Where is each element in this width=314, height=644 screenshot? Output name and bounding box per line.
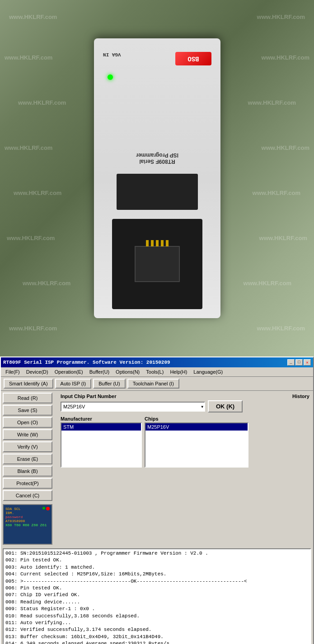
verify-button[interactable]: Verify (V): [3, 441, 52, 452]
led-indicator: [108, 74, 113, 80]
manufacturer-item-stm[interactable]: STM: [61, 423, 141, 431]
watermark: www.HKLRF.com: [253, 190, 300, 196]
watermark: www.HKLRF.com: [5, 54, 52, 61]
title-bar: RT809F Serial ISP Programmer. Software V…: [1, 357, 313, 367]
programmer-device: BSO VGA IN RT809F SerialISP Programmer: [94, 38, 220, 318]
watermark: www.HKLRF.com: [259, 235, 307, 241]
menu-options[interactable]: Options(N): [113, 368, 142, 375]
protect-button[interactable]: Protect(P): [3, 478, 52, 489]
device-label: RT809F SerialISP Programmer: [136, 152, 178, 165]
watermark: www.HKLRF.com: [248, 99, 296, 106]
mfr-chips-row: Manufacturer STM Chips M25P16V: [59, 415, 311, 468]
save-button[interactable]: Save (S): [3, 405, 52, 416]
watermark: www.HKLRF.com: [257, 14, 305, 20]
window-title: RT809F Serial ISP Programmer. Software V…: [3, 360, 170, 365]
ok-button[interactable]: OK (K): [208, 400, 243, 412]
main-content: Read (R) Save (S) Open (O) Write (W) Ver…: [1, 391, 313, 547]
menu-buffer[interactable]: Buffer(U): [87, 368, 112, 375]
thumb-line-3: password: [5, 515, 50, 519]
log-line: 007: Chip ID verified OK.: [5, 592, 309, 598]
watermark: www.HKLRF.com: [257, 325, 305, 332]
log-line: 013: Buffer checksum: 16bit_0x4D49, 32bi…: [5, 634, 309, 640]
menu-operation[interactable]: Operation(E): [52, 368, 86, 375]
open-button[interactable]: Open (O): [3, 417, 52, 428]
write-button[interactable]: Write (W): [3, 429, 52, 440]
log-line: 003: Auto identify: 1 matched.: [5, 564, 309, 571]
read-button[interactable]: Read (R): [3, 393, 52, 403]
log-line: 005: >----------------------------------…: [5, 578, 309, 585]
thumb-line-2: IBM.: [5, 511, 50, 515]
smart-identify-button[interactable]: Smart Identify (A): [4, 379, 53, 389]
chip-socket: [112, 219, 202, 309]
watermark: www.HKLRF.com: [23, 280, 70, 287]
left-panel: Read (R) Save (S) Open (O) Write (W) Ver…: [3, 393, 57, 545]
manufacturer-label: Manufacturer: [61, 416, 142, 422]
log-area: 001: SN:20151015122445-011003 , Programm…: [3, 548, 311, 644]
watermark: www.HKLRF.com: [5, 144, 52, 151]
close-button[interactable]: ✕: [304, 359, 311, 366]
watermark: www.HKLRF.com: [9, 325, 57, 332]
toolchain-panel-button[interactable]: Toolchain Panel (I): [127, 379, 179, 389]
menu-language[interactable]: Language(G): [191, 368, 225, 375]
chip-input-label: Input Chip Part Number: [61, 394, 116, 399]
chip-item-m25p16v[interactable]: M25P16V: [145, 423, 248, 431]
chips-label: Chips: [145, 416, 248, 422]
software-window: RT809F Serial ISP Programmer. Software V…: [0, 357, 314, 644]
log-line: 008: Reading device......: [5, 599, 309, 606]
log-line: 006: Pin tested OK.: [5, 585, 309, 592]
watermark: www.HKLRF.com: [244, 280, 291, 287]
manufacturer-listbox[interactable]: STM: [61, 422, 142, 468]
maximize-button[interactable]: □: [295, 359, 303, 366]
photo-area: www.HKLRF.com www.HKLRF.com www.HKLRF.co…: [0, 0, 314, 357]
watermark: www.HKLRF.com: [262, 54, 309, 61]
thumb-line-5: X60 T60 R60 Z60 Z61: [5, 523, 50, 527]
menu-bar: File(F) Device(D) Operation(E) Buffer(U)…: [1, 367, 313, 377]
menu-tools[interactable]: Tools(L): [143, 368, 166, 375]
log-line: 010: Read successfully,3.168 seconds ela…: [5, 613, 309, 620]
blank-button[interactable]: Blank (B): [3, 466, 52, 477]
log-line: 011: Auto verifying...: [5, 620, 309, 626]
watermark: www.HKLRF.com: [14, 190, 61, 196]
title-buttons: _ □ ✕: [287, 359, 311, 366]
minimize-button[interactable]: _: [287, 359, 295, 366]
menu-help[interactable]: Help(H): [167, 368, 190, 375]
watermark: www.HKLRF.com: [7, 235, 55, 241]
watermark: www.HKLRF.com: [9, 14, 57, 20]
manufacturer-col: Manufacturer STM: [61, 416, 142, 468]
log-line: 004: Current selected : M25P16V,Size: 16…: [5, 571, 309, 578]
right-panel: Input Chip Part Number History M25P16V M…: [59, 393, 311, 545]
chip-select[interactable]: M25P16V M25P16 W25Q16 W25Q32 W25Q64 MX25…: [61, 402, 205, 412]
menu-device[interactable]: Device(D): [23, 368, 51, 375]
log-line: 014: 6.349 seconds elapsed.Average speed…: [5, 640, 309, 644]
bso-logo: BSO: [175, 52, 211, 65]
erase-button[interactable]: Erase (E): [3, 454, 52, 464]
watermark: www.HKLRF.com: [18, 99, 66, 106]
history-label: History: [292, 394, 309, 399]
menu-file[interactable]: File(F): [3, 368, 23, 375]
thumbnail-box: SDA SCL IBM. password AT8358908 X60 T60 …: [3, 504, 52, 545]
log-line: 012: Verified successfully,3.174 seconds…: [5, 626, 309, 633]
chip-inner: [135, 246, 180, 282]
log-line: 001: SN:20151015122445-011003 , Programm…: [5, 550, 309, 557]
chips-col: Chips M25P16V: [145, 416, 248, 468]
watermark: www.HKLRF.com: [262, 144, 309, 151]
cancel-button[interactable]: Cancel (C): [3, 490, 52, 501]
chips-listbox[interactable]: M25P16V: [145, 422, 248, 468]
buffer-button[interactable]: Buffer (U): [93, 379, 125, 389]
log-line: 009: Status Register-1 : 0x0 .: [5, 606, 309, 612]
chip-pins: [146, 240, 169, 246]
thumb-line-4: AT8358908: [5, 519, 50, 523]
log-line: 002: Pin tested OK.: [5, 557, 309, 564]
vga-label: VGA IN: [103, 52, 121, 57]
auto-isp-button[interactable]: Auto ISP (I): [55, 379, 92, 389]
main-toolbar: Smart Identify (A) Auto ISP (I) Buffer (…: [1, 377, 313, 391]
thumb-content: SDA SCL IBM. password AT8358908 X60 T60 …: [4, 505, 52, 544]
connector-area: [117, 174, 198, 210]
chip-dropdown-wrapper: M25P16V M25P16 W25Q16 W25Q32 W25Q64 MX25…: [61, 402, 205, 412]
thumb-dot-red: [46, 507, 50, 510]
